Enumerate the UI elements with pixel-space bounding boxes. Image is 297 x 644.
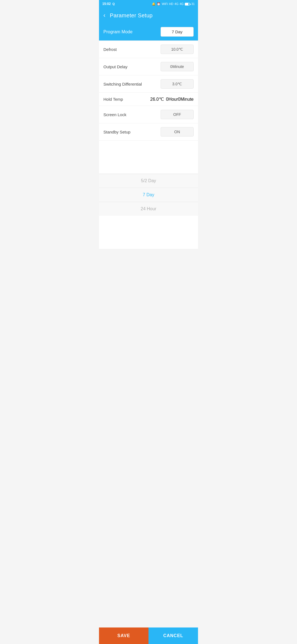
- hold-temp-label: Hold Temp: [103, 97, 123, 102]
- defrost-label: Defrost: [103, 47, 117, 52]
- picker-container: 5/2 Day 7 Day 24 Hour: [99, 174, 198, 216]
- output-delay-label: Output Delay: [103, 64, 128, 69]
- screen-lock-value[interactable]: OFF: [161, 110, 194, 119]
- standby-setup-label: Standby Setup: [103, 130, 130, 134]
- hold-temp-time[interactable]: 0Hour0Minute: [166, 97, 194, 102]
- screen-lock-label: Screen Lock: [103, 112, 126, 117]
- content-spacer: [99, 141, 198, 174]
- standby-setup-value[interactable]: ON: [161, 127, 194, 137]
- wifi-icon: WiFi: [162, 2, 168, 6]
- signal2-icon: 4G: [180, 2, 184, 6]
- output-delay-value[interactable]: 0Minute: [161, 62, 194, 71]
- signal1-icon: 4G: [174, 2, 178, 6]
- program-mode-label: Program Mode: [103, 29, 133, 34]
- defrost-row[interactable]: Defrost 10.0℃: [99, 41, 198, 58]
- bottom-spacer: [99, 216, 198, 249]
- program-mode-value[interactable]: 7 Day: [161, 27, 194, 37]
- defrost-value[interactable]: 10.0℃: [161, 45, 194, 54]
- battery-icon: 31: [185, 2, 195, 6]
- hold-temp-temp[interactable]: 26.0℃: [150, 97, 164, 102]
- program-mode-row[interactable]: Program Mode 7 Day: [99, 23, 198, 41]
- clock-icon: ⏰: [157, 2, 161, 6]
- picker-option-2[interactable]: 24 Hour: [99, 202, 198, 216]
- page-title: Parameter Setup: [110, 12, 153, 19]
- screen-lock-row[interactable]: Screen Lock OFF: [99, 106, 198, 123]
- picker-option-1[interactable]: 7 Day: [99, 188, 198, 202]
- back-button[interactable]: ‹: [103, 12, 105, 19]
- picker-option-0[interactable]: 5/2 Day: [99, 174, 198, 188]
- hold-temp-row[interactable]: Hold Temp 26.0℃ 0Hour0Minute: [99, 93, 198, 106]
- time-display: 15:02: [102, 2, 111, 6]
- app-header: ‹ Parameter Setup: [99, 8, 198, 23]
- switching-differential-value[interactable]: 3.0℃: [161, 79, 194, 89]
- status-time: 15:02 Q: [102, 2, 115, 6]
- status-bar: 15:02 Q 🔔 ⏰ WiFi HD 4G 4G 31: [99, 0, 198, 8]
- status-icons: 🔔 ⏰ WiFi HD 4G 4G 31: [152, 2, 195, 6]
- notification-icon: Q: [112, 2, 115, 6]
- alarm-icon: 🔔: [152, 2, 156, 6]
- standby-setup-row[interactable]: Standby Setup ON: [99, 123, 198, 141]
- hd-icon: HD: [169, 2, 173, 6]
- switching-differential-label: Switching Differential: [103, 82, 142, 86]
- switching-differential-row[interactable]: Switching Differential 3.0℃: [99, 75, 198, 93]
- output-delay-row[interactable]: Output Delay 0Minute: [99, 58, 198, 75]
- content-area: Program Mode 7 Day Defrost 10.0℃ Output …: [99, 23, 198, 249]
